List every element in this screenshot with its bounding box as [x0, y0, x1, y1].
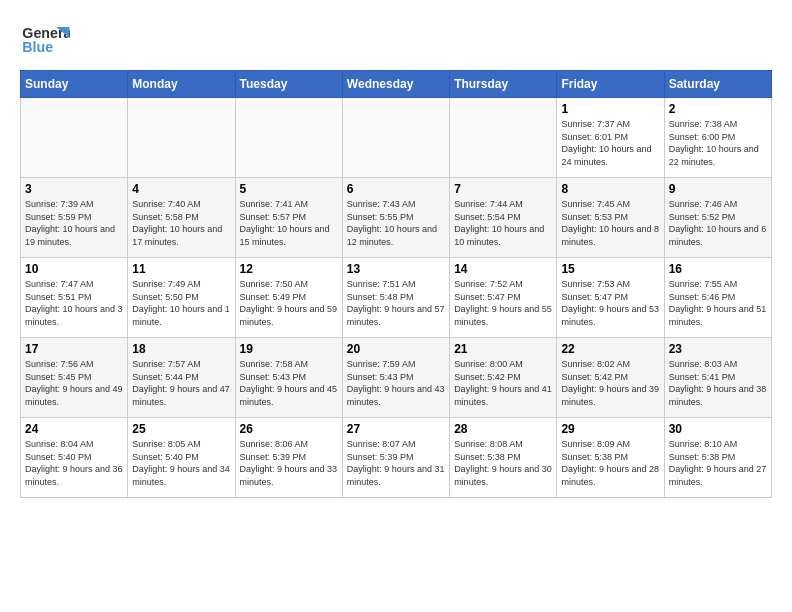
week-row-5: 24Sunrise: 8:04 AM Sunset: 5:40 PM Dayli…: [21, 418, 772, 498]
day-info: Sunrise: 7:55 AM Sunset: 5:46 PM Dayligh…: [669, 278, 767, 328]
day-number: 7: [454, 182, 552, 196]
day-number: 17: [25, 342, 123, 356]
day-cell: 4Sunrise: 7:40 AM Sunset: 5:58 PM Daylig…: [128, 178, 235, 258]
day-cell: 16Sunrise: 7:55 AM Sunset: 5:46 PM Dayli…: [664, 258, 771, 338]
day-info: Sunrise: 8:02 AM Sunset: 5:42 PM Dayligh…: [561, 358, 659, 408]
day-cell: 18Sunrise: 7:57 AM Sunset: 5:44 PM Dayli…: [128, 338, 235, 418]
day-info: Sunrise: 8:09 AM Sunset: 5:38 PM Dayligh…: [561, 438, 659, 488]
day-info: Sunrise: 8:07 AM Sunset: 5:39 PM Dayligh…: [347, 438, 445, 488]
week-row-2: 3Sunrise: 7:39 AM Sunset: 5:59 PM Daylig…: [21, 178, 772, 258]
day-number: 13: [347, 262, 445, 276]
day-cell: 2Sunrise: 7:38 AM Sunset: 6:00 PM Daylig…: [664, 98, 771, 178]
logo-icon: General Blue: [20, 20, 70, 60]
logo: General Blue: [20, 20, 74, 60]
header-thursday: Thursday: [450, 71, 557, 98]
day-cell: [128, 98, 235, 178]
day-number: 5: [240, 182, 338, 196]
header-tuesday: Tuesday: [235, 71, 342, 98]
header-friday: Friday: [557, 71, 664, 98]
day-cell: 13Sunrise: 7:51 AM Sunset: 5:48 PM Dayli…: [342, 258, 449, 338]
day-cell: 10Sunrise: 7:47 AM Sunset: 5:51 PM Dayli…: [21, 258, 128, 338]
day-info: Sunrise: 7:57 AM Sunset: 5:44 PM Dayligh…: [132, 358, 230, 408]
day-cell: 14Sunrise: 7:52 AM Sunset: 5:47 PM Dayli…: [450, 258, 557, 338]
day-cell: 22Sunrise: 8:02 AM Sunset: 5:42 PM Dayli…: [557, 338, 664, 418]
day-cell: 9Sunrise: 7:46 AM Sunset: 5:52 PM Daylig…: [664, 178, 771, 258]
day-info: Sunrise: 7:59 AM Sunset: 5:43 PM Dayligh…: [347, 358, 445, 408]
day-info: Sunrise: 7:56 AM Sunset: 5:45 PM Dayligh…: [25, 358, 123, 408]
day-info: Sunrise: 7:47 AM Sunset: 5:51 PM Dayligh…: [25, 278, 123, 328]
day-cell: 17Sunrise: 7:56 AM Sunset: 5:45 PM Dayli…: [21, 338, 128, 418]
header-monday: Monday: [128, 71, 235, 98]
day-cell: 29Sunrise: 8:09 AM Sunset: 5:38 PM Dayli…: [557, 418, 664, 498]
header-saturday: Saturday: [664, 71, 771, 98]
day-cell: [450, 98, 557, 178]
day-number: 24: [25, 422, 123, 436]
header-wednesday: Wednesday: [342, 71, 449, 98]
day-number: 25: [132, 422, 230, 436]
day-number: 1: [561, 102, 659, 116]
day-number: 15: [561, 262, 659, 276]
day-info: Sunrise: 8:06 AM Sunset: 5:39 PM Dayligh…: [240, 438, 338, 488]
day-cell: 15Sunrise: 7:53 AM Sunset: 5:47 PM Dayli…: [557, 258, 664, 338]
svg-text:Blue: Blue: [22, 39, 53, 55]
day-info: Sunrise: 8:05 AM Sunset: 5:40 PM Dayligh…: [132, 438, 230, 488]
day-info: Sunrise: 7:50 AM Sunset: 5:49 PM Dayligh…: [240, 278, 338, 328]
day-info: Sunrise: 8:03 AM Sunset: 5:41 PM Dayligh…: [669, 358, 767, 408]
day-number: 22: [561, 342, 659, 356]
day-cell: 28Sunrise: 8:08 AM Sunset: 5:38 PM Dayli…: [450, 418, 557, 498]
day-info: Sunrise: 7:49 AM Sunset: 5:50 PM Dayligh…: [132, 278, 230, 328]
day-info: Sunrise: 7:46 AM Sunset: 5:52 PM Dayligh…: [669, 198, 767, 248]
week-row-4: 17Sunrise: 7:56 AM Sunset: 5:45 PM Dayli…: [21, 338, 772, 418]
day-cell: 7Sunrise: 7:44 AM Sunset: 5:54 PM Daylig…: [450, 178, 557, 258]
day-cell: 30Sunrise: 8:10 AM Sunset: 5:38 PM Dayli…: [664, 418, 771, 498]
day-cell: 6Sunrise: 7:43 AM Sunset: 5:55 PM Daylig…: [342, 178, 449, 258]
day-info: Sunrise: 7:52 AM Sunset: 5:47 PM Dayligh…: [454, 278, 552, 328]
day-info: Sunrise: 8:10 AM Sunset: 5:38 PM Dayligh…: [669, 438, 767, 488]
day-number: 2: [669, 102, 767, 116]
day-number: 11: [132, 262, 230, 276]
day-number: 12: [240, 262, 338, 276]
day-cell: 27Sunrise: 8:07 AM Sunset: 5:39 PM Dayli…: [342, 418, 449, 498]
day-info: Sunrise: 7:58 AM Sunset: 5:43 PM Dayligh…: [240, 358, 338, 408]
week-row-3: 10Sunrise: 7:47 AM Sunset: 5:51 PM Dayli…: [21, 258, 772, 338]
day-info: Sunrise: 7:38 AM Sunset: 6:00 PM Dayligh…: [669, 118, 767, 168]
day-cell: 11Sunrise: 7:49 AM Sunset: 5:50 PM Dayli…: [128, 258, 235, 338]
day-cell: 19Sunrise: 7:58 AM Sunset: 5:43 PM Dayli…: [235, 338, 342, 418]
day-info: Sunrise: 7:51 AM Sunset: 5:48 PM Dayligh…: [347, 278, 445, 328]
day-number: 16: [669, 262, 767, 276]
day-cell: 26Sunrise: 8:06 AM Sunset: 5:39 PM Dayli…: [235, 418, 342, 498]
day-number: 4: [132, 182, 230, 196]
day-cell: 25Sunrise: 8:05 AM Sunset: 5:40 PM Dayli…: [128, 418, 235, 498]
day-info: Sunrise: 7:37 AM Sunset: 6:01 PM Dayligh…: [561, 118, 659, 168]
day-number: 14: [454, 262, 552, 276]
day-info: Sunrise: 7:43 AM Sunset: 5:55 PM Dayligh…: [347, 198, 445, 248]
day-info: Sunrise: 7:44 AM Sunset: 5:54 PM Dayligh…: [454, 198, 552, 248]
day-number: 9: [669, 182, 767, 196]
day-info: Sunrise: 7:53 AM Sunset: 5:47 PM Dayligh…: [561, 278, 659, 328]
day-number: 27: [347, 422, 445, 436]
day-number: 8: [561, 182, 659, 196]
day-info: Sunrise: 7:41 AM Sunset: 5:57 PM Dayligh…: [240, 198, 338, 248]
calendar-table: SundayMondayTuesdayWednesdayThursdayFrid…: [20, 70, 772, 498]
day-cell: 21Sunrise: 8:00 AM Sunset: 5:42 PM Dayli…: [450, 338, 557, 418]
day-cell: 8Sunrise: 7:45 AM Sunset: 5:53 PM Daylig…: [557, 178, 664, 258]
day-info: Sunrise: 8:08 AM Sunset: 5:38 PM Dayligh…: [454, 438, 552, 488]
day-cell: 5Sunrise: 7:41 AM Sunset: 5:57 PM Daylig…: [235, 178, 342, 258]
day-number: 10: [25, 262, 123, 276]
page-header: General Blue: [20, 20, 772, 60]
week-row-1: 1Sunrise: 7:37 AM Sunset: 6:01 PM Daylig…: [21, 98, 772, 178]
day-number: 18: [132, 342, 230, 356]
day-number: 19: [240, 342, 338, 356]
day-cell: [235, 98, 342, 178]
day-number: 30: [669, 422, 767, 436]
day-cell: 1Sunrise: 7:37 AM Sunset: 6:01 PM Daylig…: [557, 98, 664, 178]
day-info: Sunrise: 8:04 AM Sunset: 5:40 PM Dayligh…: [25, 438, 123, 488]
day-cell: [21, 98, 128, 178]
day-cell: 20Sunrise: 7:59 AM Sunset: 5:43 PM Dayli…: [342, 338, 449, 418]
day-cell: 24Sunrise: 8:04 AM Sunset: 5:40 PM Dayli…: [21, 418, 128, 498]
day-number: 29: [561, 422, 659, 436]
day-info: Sunrise: 7:40 AM Sunset: 5:58 PM Dayligh…: [132, 198, 230, 248]
day-info: Sunrise: 8:00 AM Sunset: 5:42 PM Dayligh…: [454, 358, 552, 408]
day-cell: 12Sunrise: 7:50 AM Sunset: 5:49 PM Dayli…: [235, 258, 342, 338]
day-info: Sunrise: 7:45 AM Sunset: 5:53 PM Dayligh…: [561, 198, 659, 248]
